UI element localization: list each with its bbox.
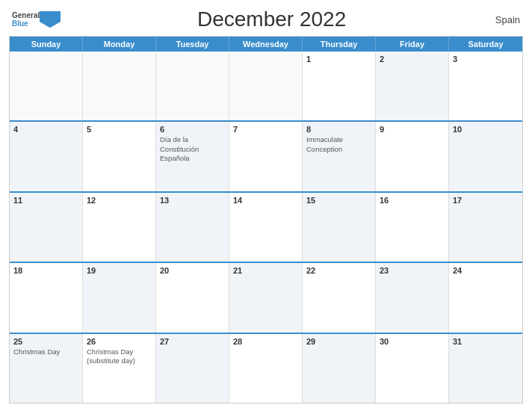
day-number: 4 <box>13 125 78 134</box>
day-number: 26 <box>87 337 152 346</box>
day-number: 24 <box>453 266 519 275</box>
day-number: 9 <box>380 125 445 134</box>
weeks-container: 123456Día de la Constitución Española78I… <box>10 52 522 403</box>
week-row-3: 11121314151617 <box>10 191 522 262</box>
day-cell-w2-d7: 10 <box>449 122 522 191</box>
day-cell-w4-d3: 20 <box>156 263 229 332</box>
day-number: 10 <box>453 125 519 134</box>
day-number: 28 <box>233 337 298 346</box>
logo: General Blue <box>12 11 61 28</box>
day-number: 29 <box>306 337 371 346</box>
day-cell-w3-d2: 12 <box>83 193 156 262</box>
day-event: Christmas Day <box>13 347 78 356</box>
day-cell-w5-d4: 28 <box>229 334 303 403</box>
day-number: 20 <box>160 266 225 275</box>
day-number: 11 <box>13 196 78 205</box>
day-event: Día de la Constitución Española <box>160 135 225 163</box>
day-number: 22 <box>306 266 371 275</box>
logo-text: General Blue <box>12 11 40 28</box>
day-cell-w4-d5: 22 <box>303 263 376 332</box>
logo-icon <box>40 11 61 28</box>
week-row-2: 456Día de la Constitución Española78Imma… <box>10 120 522 191</box>
day-number: 3 <box>453 55 519 64</box>
header-thursday: Thursday <box>303 37 376 52</box>
day-number: 19 <box>87 266 152 275</box>
calendar: Sunday Monday Tuesday Wednesday Thursday… <box>9 36 523 404</box>
day-cell-w2-d6: 9 <box>376 122 449 191</box>
day-cell-w1-d2 <box>83 52 156 120</box>
day-number: 14 <box>233 196 298 205</box>
day-cell-w4-d1: 18 <box>10 263 83 332</box>
month-title: December 2022 <box>61 7 483 31</box>
day-number: 2 <box>380 55 445 64</box>
day-cell-w3-d3: 13 <box>156 193 229 262</box>
day-cell-w5-d1: 25Christmas Day <box>10 334 83 403</box>
day-cell-w2-d1: 4 <box>10 122 83 191</box>
day-cell-w2-d4: 7 <box>229 122 303 191</box>
header: General Blue December 2022 Spain <box>9 7 523 31</box>
week-row-4: 18192021222324 <box>10 262 522 332</box>
day-cell-w5-d5: 29 <box>303 334 376 403</box>
day-number: 27 <box>160 337 225 346</box>
header-wednesday: Wednesday <box>229 37 303 52</box>
day-event: Immaculate Conception <box>306 135 371 154</box>
day-number: 6 <box>160 125 225 134</box>
day-number: 31 <box>453 337 519 346</box>
day-cell-w5-d3: 27 <box>156 334 229 403</box>
page: General Blue December 2022 Spain Sunday … <box>0 0 532 411</box>
day-number: 17 <box>453 196 519 205</box>
day-cell-w5-d2: 26Christmas Day (substitute day) <box>83 334 156 403</box>
header-sunday: Sunday <box>10 37 83 52</box>
day-cell-w3-d1: 11 <box>10 193 83 262</box>
day-number: 21 <box>233 266 298 275</box>
day-number: 1 <box>306 55 371 64</box>
day-cell-w1-d6: 2 <box>376 52 449 120</box>
header-friday: Friday <box>376 37 449 52</box>
day-cell-w3-d5: 15 <box>303 193 376 262</box>
day-cell-w4-d2: 19 <box>83 263 156 332</box>
day-cell-w5-d7: 31 <box>449 334 522 403</box>
day-cell-w4-d7: 24 <box>449 263 522 332</box>
day-number: 8 <box>306 125 371 134</box>
week-row-1: 123 <box>10 52 522 120</box>
day-cell-w4-d6: 23 <box>376 263 449 332</box>
header-monday: Monday <box>83 37 156 52</box>
day-cell-w3-d7: 17 <box>449 193 522 262</box>
logo-blue: Blue <box>12 19 40 28</box>
header-tuesday: Tuesday <box>156 37 229 52</box>
day-number: 30 <box>380 337 445 346</box>
day-cell-w2-d5: 8Immaculate Conception <box>303 122 376 191</box>
day-cell-w5-d6: 30 <box>376 334 449 403</box>
day-number: 23 <box>380 266 445 275</box>
svg-marker-1 <box>40 11 61 28</box>
logo-general: General <box>12 11 40 19</box>
day-cell-w3-d4: 14 <box>229 193 303 262</box>
day-cell-w1-d7: 3 <box>449 52 522 120</box>
day-cell-w1-d1 <box>10 52 83 120</box>
country-name: Spain <box>483 14 520 25</box>
header-saturday: Saturday <box>449 37 522 52</box>
day-cell-w4-d4: 21 <box>229 263 303 332</box>
day-cell-w2-d3: 6Día de la Constitución Española <box>156 122 229 191</box>
day-number: 15 <box>306 196 371 205</box>
week-row-5: 25Christmas Day26Christmas Day (substitu… <box>10 333 522 403</box>
day-cell-w2-d2: 5 <box>83 122 156 191</box>
day-number: 18 <box>13 266 78 275</box>
day-event: Christmas Day (substitute day) <box>87 347 152 366</box>
day-cell-w1-d3 <box>156 52 229 120</box>
day-number: 25 <box>13 337 78 346</box>
day-number: 5 <box>87 125 152 134</box>
day-cell-w3-d6: 16 <box>376 193 449 262</box>
day-number: 7 <box>233 125 298 134</box>
day-cell-w1-d5: 1 <box>303 52 376 120</box>
day-number: 12 <box>87 196 152 205</box>
day-headers: Sunday Monday Tuesday Wednesday Thursday… <box>10 37 522 52</box>
day-cell-w1-d4 <box>229 52 303 120</box>
day-number: 16 <box>380 196 445 205</box>
day-number: 13 <box>160 196 225 205</box>
